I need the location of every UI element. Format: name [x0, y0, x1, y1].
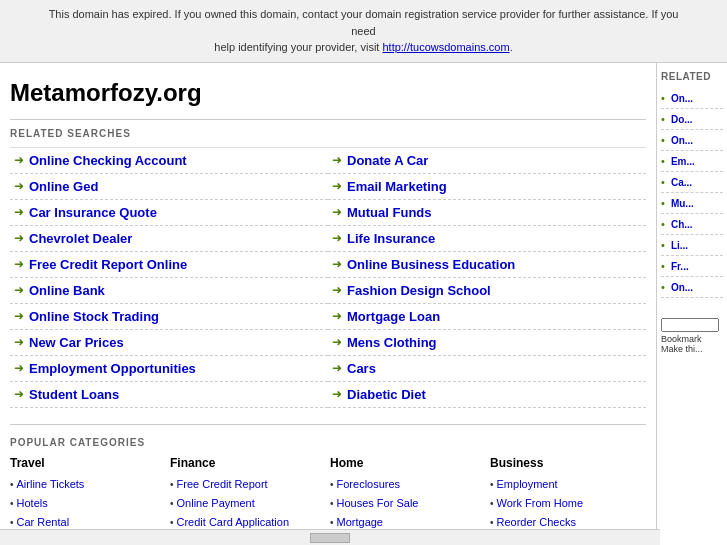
list-item: ➜ Online Checking Account: [10, 148, 328, 174]
search-link[interactable]: Online Ged: [29, 179, 98, 194]
bookmark-text: Bookmark Make thi...: [661, 318, 723, 354]
list-item: ➜ Online Ged: [10, 174, 328, 200]
search-link[interactable]: Diabetic Diet: [347, 387, 426, 402]
sidebar-link[interactable]: Ch...: [671, 219, 693, 230]
arrow-icon: ➜: [14, 361, 24, 375]
category-link[interactable]: Credit Card Application: [177, 516, 290, 528]
list-item: ➜ Mortgage Loan: [328, 304, 646, 330]
category-link[interactable]: Foreclosures: [337, 478, 401, 490]
list-item: ➜ Employment Opportunities: [10, 356, 328, 382]
list-item: ➜ Online Business Education: [328, 252, 646, 278]
category-link[interactable]: Houses For Sale: [337, 497, 419, 509]
category-link[interactable]: Airline Tickets: [17, 478, 85, 490]
search-link[interactable]: Free Credit Report Online: [29, 257, 187, 272]
category-travel: Travel Airline Tickets Hotels Car Rental: [10, 456, 166, 531]
search-link[interactable]: Email Marketing: [347, 179, 447, 194]
list-item: Airline Tickets: [10, 474, 166, 493]
popular-categories-label: POPULAR CATEGORIES: [10, 437, 646, 448]
list-item: ➜ Student Loans: [10, 382, 328, 408]
arrow-icon: ➜: [14, 257, 24, 271]
category-link[interactable]: Free Credit Report: [177, 478, 268, 490]
sidebar-link[interactable]: Mu...: [671, 198, 694, 209]
category-finance-title: Finance: [170, 456, 326, 470]
search-link[interactable]: Mortgage Loan: [347, 309, 440, 324]
related-searches-grid: ➜ Online Checking Account ➜ Donate A Car…: [10, 147, 646, 408]
list-item: ➜ Donate A Car: [328, 148, 646, 174]
search-link[interactable]: Student Loans: [29, 387, 119, 402]
scrollbar-thumb[interactable]: [310, 533, 350, 543]
bookmark-input[interactable]: [661, 318, 719, 332]
categories-grid: Travel Airline Tickets Hotels Car Rental…: [10, 456, 646, 531]
category-link[interactable]: Car Rental: [17, 516, 70, 528]
arrow-icon: ➜: [332, 309, 342, 323]
search-link[interactable]: Online Bank: [29, 283, 105, 298]
list-item: Reorder Checks: [490, 512, 646, 531]
sidebar-link[interactable]: On...: [671, 282, 693, 293]
sidebar-item: On...: [661, 277, 723, 298]
list-item: Work From Home: [490, 493, 646, 512]
sidebar-item: On...: [661, 130, 723, 151]
make-label: Make thi...: [661, 344, 723, 354]
sidebar-link[interactable]: Ca...: [671, 177, 692, 188]
list-item: ➜ Email Marketing: [328, 174, 646, 200]
site-title: Metamorfozy.org: [10, 71, 646, 120]
sidebar-link[interactable]: On...: [671, 93, 693, 104]
search-link[interactable]: Fashion Design School: [347, 283, 491, 298]
search-link[interactable]: Online Stock Trading: [29, 309, 159, 324]
list-item: Houses For Sale: [330, 493, 486, 512]
list-item: ➜ Online Stock Trading: [10, 304, 328, 330]
search-link[interactable]: Mens Clothing: [347, 335, 437, 350]
list-item: ➜ Chevrolet Dealer: [10, 226, 328, 252]
search-link[interactable]: Donate A Car: [347, 153, 428, 168]
category-business: Business Employment Work From Home Reord…: [490, 456, 646, 531]
category-link[interactable]: Reorder Checks: [497, 516, 576, 528]
search-link[interactable]: Online Checking Account: [29, 153, 187, 168]
banner-link[interactable]: http://tucowsdomains.com: [382, 41, 509, 53]
list-item: Employment: [490, 474, 646, 493]
bookmark-label: Bookmark: [661, 334, 723, 344]
sidebar-item: Li...: [661, 235, 723, 256]
search-link[interactable]: Life Insurance: [347, 231, 435, 246]
category-business-title: Business: [490, 456, 646, 470]
search-link[interactable]: Employment Opportunities: [29, 361, 196, 376]
list-item: Foreclosures: [330, 474, 486, 493]
search-link[interactable]: Chevrolet Dealer: [29, 231, 132, 246]
arrow-icon: ➜: [332, 153, 342, 167]
category-link[interactable]: Hotels: [17, 497, 48, 509]
search-link[interactable]: Cars: [347, 361, 376, 376]
sidebar-item: On...: [661, 88, 723, 109]
list-item: Online Payment: [170, 493, 326, 512]
search-link[interactable]: Online Business Education: [347, 257, 515, 272]
category-link[interactable]: Work From Home: [497, 497, 584, 509]
search-link[interactable]: New Car Prices: [29, 335, 124, 350]
arrow-icon: ➜: [332, 179, 342, 193]
category-home-title: Home: [330, 456, 486, 470]
banner-text-line1: This domain has expired. If you owned th…: [49, 8, 679, 37]
category-link[interactable]: Online Payment: [177, 497, 255, 509]
related-searches-section: RELATED SEARCHES ➜ Online Checking Accou…: [10, 128, 646, 408]
sidebar-item: Ca...: [661, 172, 723, 193]
list-item: ➜ Online Bank: [10, 278, 328, 304]
list-item: ➜ New Car Prices: [10, 330, 328, 356]
list-item: ➜ Fashion Design School: [328, 278, 646, 304]
bookmark-section: Bookmark Make thi...: [661, 318, 723, 354]
arrow-icon: ➜: [332, 205, 342, 219]
sidebar-link[interactable]: Do...: [671, 114, 693, 125]
sidebar-link[interactable]: Em...: [671, 156, 695, 167]
sidebar-item: Ch...: [661, 214, 723, 235]
horizontal-scrollbar[interactable]: [0, 529, 660, 545]
arrow-icon: ➜: [14, 283, 24, 297]
arrow-icon: ➜: [14, 179, 24, 193]
sidebar-link[interactable]: On...: [671, 135, 693, 146]
category-link[interactable]: Mortgage: [337, 516, 383, 528]
arrow-icon: ➜: [14, 205, 24, 219]
sidebar-link[interactable]: Li...: [671, 240, 688, 251]
search-link[interactable]: Car Insurance Quote: [29, 205, 157, 220]
search-link[interactable]: Mutual Funds: [347, 205, 432, 220]
list-item: ➜ Car Insurance Quote: [10, 200, 328, 226]
main-content: Metamorfozy.org RELATED SEARCHES ➜ Onlin…: [0, 63, 657, 546]
right-sidebar: RELATED On... Do... On... Em... Ca... Mu…: [657, 63, 727, 546]
arrow-icon: ➜: [332, 335, 342, 349]
category-link[interactable]: Employment: [497, 478, 558, 490]
sidebar-link[interactable]: Fr...: [671, 261, 689, 272]
